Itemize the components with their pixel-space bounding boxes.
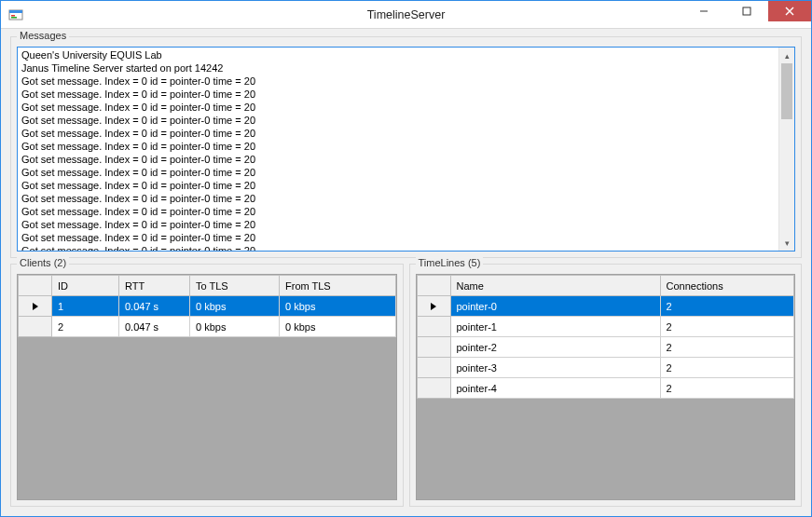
clients-grid[interactable]: IDRTTTo TLSFrom TLS 10.047 s0 kbps0 kbps… <box>18 275 396 337</box>
row-header[interactable] <box>417 296 450 317</box>
scroll-up-icon[interactable]: ▴ <box>779 48 794 63</box>
table-cell[interactable]: pointer-3 <box>450 358 660 378</box>
timelines-grid-wrap[interactable]: NameConnections pointer-02pointer-12poin… <box>416 274 796 500</box>
table-cell[interactable]: 0 kbps <box>280 296 396 317</box>
row-header[interactable] <box>417 358 450 378</box>
table-cell[interactable]: 0 kbps <box>190 317 280 337</box>
row-header-corner <box>19 276 52 296</box>
titlebar[interactable]: TimelineServer <box>1 1 811 29</box>
messages-scrollbar[interactable]: ▴ ▾ <box>778 48 794 251</box>
maximize-button[interactable] <box>725 1 768 21</box>
timelines-grid[interactable]: NameConnections pointer-02pointer-12poin… <box>417 275 795 399</box>
svg-rect-3 <box>11 17 17 19</box>
column-header[interactable]: ID <box>52 276 119 296</box>
column-header[interactable]: From TLS <box>280 276 396 296</box>
table-cell[interactable]: 0 kbps <box>280 317 396 337</box>
app-icon <box>8 7 23 22</box>
client-area: Messages Queen's University EQUIS Lab Ja… <box>1 29 811 516</box>
table-cell[interactable]: pointer-4 <box>450 378 660 399</box>
close-button[interactable] <box>768 1 811 21</box>
table-cell[interactable]: 0 kbps <box>190 296 280 317</box>
svg-rect-5 <box>743 7 750 15</box>
table-row[interactable]: 20.047 s0 kbps0 kbps <box>19 317 396 337</box>
table-cell[interactable]: 2 <box>660 317 794 337</box>
svg-rect-2 <box>11 15 15 17</box>
table-row[interactable]: pointer-22 <box>417 337 794 358</box>
clients-label: Clients (2) <box>17 257 69 268</box>
messages-group: Messages Queen's University EQUIS Lab Ja… <box>10 36 802 258</box>
table-cell[interactable]: 2 <box>660 358 794 378</box>
table-cell[interactable]: 0.047 s <box>119 296 190 317</box>
clients-group: Clients (2) IDRTTTo TLSFrom TLS 10.047 s… <box>10 264 404 507</box>
row-header[interactable] <box>19 296 52 317</box>
table-row[interactable]: 10.047 s0 kbps0 kbps <box>19 296 396 317</box>
table-cell[interactable]: 2 <box>660 296 794 317</box>
row-header[interactable] <box>417 317 450 337</box>
table-row[interactable]: pointer-02 <box>417 296 794 317</box>
table-cell[interactable]: 0.047 s <box>119 317 190 337</box>
messages-label: Messages <box>17 30 69 41</box>
row-header-corner <box>417 276 450 296</box>
table-row[interactable]: pointer-32 <box>417 358 794 378</box>
clients-grid-wrap[interactable]: IDRTTTo TLSFrom TLS 10.047 s0 kbps0 kbps… <box>17 274 397 500</box>
table-cell[interactable]: 2 <box>660 378 794 399</box>
timelines-group: TimeLines (5) NameConnections pointer-02… <box>409 264 803 507</box>
table-row[interactable]: pointer-12 <box>417 317 794 337</box>
window-controls <box>682 1 811 28</box>
row-header[interactable] <box>19 317 52 337</box>
lower-panes: Clients (2) IDRTTTo TLSFrom TLS 10.047 s… <box>10 264 802 507</box>
svg-rect-1 <box>9 10 22 13</box>
scroll-thumb[interactable] <box>781 63 792 119</box>
column-header[interactable]: RTT <box>119 276 190 296</box>
table-cell[interactable]: 2 <box>660 337 794 358</box>
messages-log-text: Queen's University EQUIS Lab Janus Timel… <box>18 48 794 252</box>
table-cell[interactable]: pointer-1 <box>450 317 660 337</box>
row-indicator-icon <box>33 303 38 310</box>
column-header[interactable]: Name <box>450 276 660 296</box>
scroll-down-icon[interactable]: ▾ <box>779 235 794 251</box>
row-header[interactable] <box>417 337 450 358</box>
table-cell[interactable]: 1 <box>52 296 119 317</box>
row-indicator-icon <box>431 303 436 310</box>
table-cell[interactable]: 2 <box>52 317 119 337</box>
minimize-button[interactable] <box>682 1 725 21</box>
app-window: TimelineServer Messages Queen's Universi… <box>0 0 812 517</box>
column-header[interactable]: Connections <box>660 276 794 296</box>
messages-log[interactable]: Queen's University EQUIS Lab Janus Timel… <box>17 47 795 252</box>
table-cell[interactable]: pointer-0 <box>450 296 660 317</box>
row-header[interactable] <box>417 378 450 399</box>
timelines-label: TimeLines (5) <box>416 257 484 268</box>
column-header[interactable]: To TLS <box>190 276 280 296</box>
table-cell[interactable]: pointer-2 <box>450 337 660 358</box>
table-row[interactable]: pointer-42 <box>417 378 794 399</box>
